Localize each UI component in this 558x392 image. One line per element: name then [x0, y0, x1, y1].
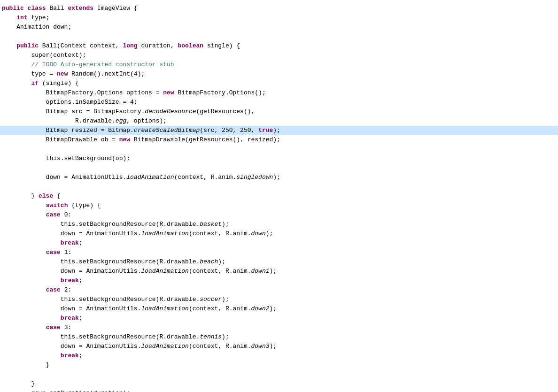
token: public: [16, 42, 42, 49]
token: else: [39, 192, 57, 200]
token: 3:: [64, 324, 72, 331]
token: loadAnimation: [126, 174, 174, 181]
code-line: if (single) {: [0, 79, 558, 88]
token: (context, R.anim.: [189, 343, 251, 350]
token: );: [222, 296, 229, 303]
token: (context, R.anim.: [174, 174, 237, 181]
code-line: break;: [0, 351, 558, 361]
code-line: R.drawable.egg, options);: [0, 116, 558, 126]
token: down: [251, 230, 266, 237]
code-line: this.setBackgroundResource(R.drawable.te…: [0, 332, 558, 342]
token: break: [61, 352, 79, 359]
code-line: case 3:: [0, 323, 558, 332]
line-content: Animation down;: [0, 23, 558, 32]
code-line: down = AnimationUtils.loadAnimation(cont…: [0, 304, 558, 314]
code-line: down = AnimationUtils.loadAnimation(cont…: [0, 342, 558, 351]
code-line: this.setBackgroundResource(R.drawable.so…: [0, 295, 558, 304]
code-line: type = new Random().nextInt(4);: [0, 69, 558, 79]
token: new: [119, 136, 134, 143]
token: BitmapFactory.Options options =: [2, 89, 163, 96]
line-content: super(context);: [0, 51, 558, 60]
token: this.setBackgroundResource(R.drawable.: [2, 258, 200, 265]
token: Animation down;: [2, 23, 71, 31]
line-content: [0, 370, 558, 379]
code-line: break;: [0, 314, 558, 323]
token: class: [28, 5, 50, 12]
token: [2, 315, 61, 322]
token: long: [123, 42, 141, 49]
token: tennis: [200, 333, 222, 340]
token: );: [273, 127, 280, 134]
token: , options);: [126, 117, 167, 124]
line-content: break;: [0, 314, 558, 323]
line-content: this.setBackgroundResource(R.drawable.te…: [0, 332, 558, 342]
code-line: int type;: [0, 13, 558, 23]
line-content: options.inSampleSize = 4;: [0, 98, 558, 107]
line-content: public Ball(Context context, long durati…: [0, 41, 558, 51]
token: (context, R.anim.: [189, 230, 251, 237]
code-line: }: [0, 379, 558, 389]
code-line: public class Ball extends ImageView {: [0, 4, 558, 13]
token: down = AnimationUtils.: [2, 268, 141, 275]
token: this.setBackgroundResource(R.drawable.: [2, 296, 200, 303]
token: duration,: [141, 42, 178, 49]
token: [2, 324, 46, 331]
token: );: [266, 230, 273, 237]
code-line: }: [0, 361, 558, 370]
line-content: [0, 163, 558, 173]
token: Ball(Context context,: [42, 42, 123, 49]
token: // TODO Auto-generated constructor stub: [31, 61, 174, 68]
line-content: public class Ball extends ImageView {: [0, 4, 558, 13]
line-content: [0, 32, 558, 41]
token: [2, 286, 46, 293]
code-line: case 0:: [0, 210, 558, 220]
line-content: down = AnimationUtils.loadAnimation(cont…: [0, 342, 558, 351]
token: this.setBackground(ob);: [2, 155, 130, 162]
token: [2, 42, 16, 49]
token: boolean: [178, 42, 207, 49]
token: this.setBackgroundResource(R.drawable.: [2, 333, 200, 340]
token: 0:: [64, 211, 72, 218]
token: }: [2, 361, 49, 369]
token: BitmapDrawable(getResources(), resized);: [134, 136, 280, 143]
token: type =: [2, 70, 57, 77]
token: super(context);: [2, 52, 86, 59]
token: case: [46, 249, 64, 256]
line-content: if (single) {: [0, 79, 558, 88]
token: public: [2, 5, 28, 12]
token: BitmapFactory.Options();: [178, 89, 265, 96]
code-line: // TODO Auto-generated constructor stub: [0, 60, 558, 69]
token: loadAnimation: [141, 230, 188, 237]
token: true: [258, 127, 273, 134]
line-content: [0, 182, 558, 192]
line-content: BitmapFactory.Options options = new Bitm…: [0, 88, 558, 98]
line-content: case 2:: [0, 285, 558, 295]
token: loadAnimation: [141, 305, 188, 312]
token: [2, 211, 46, 218]
token: Ball: [49, 5, 68, 12]
token: type;: [31, 14, 49, 21]
code-line: case 1:: [0, 248, 558, 257]
token: ;: [79, 239, 83, 246]
code-line: case 2:: [0, 285, 558, 295]
code-line: BitmapFactory.Options options = new Bitm…: [0, 88, 558, 98]
line-content: }: [0, 379, 558, 389]
token: 2:: [64, 286, 72, 293]
line-content: break;: [0, 276, 558, 285]
code-editor: public class Ball extends ImageView { in…: [0, 0, 558, 392]
token: beach: [200, 258, 218, 265]
token: down3: [251, 343, 270, 350]
token: Random().nextInt(4);: [71, 70, 145, 77]
token: [2, 202, 46, 209]
token: egg: [116, 117, 126, 124]
token: decodeResource: [145, 108, 196, 115]
line-content: case 3:: [0, 323, 558, 332]
line-content: }: [0, 361, 558, 370]
token: single) {: [207, 42, 240, 49]
code-line: options.inSampleSize = 4;: [0, 98, 558, 107]
token: options.inSampleSize = 4;: [2, 99, 138, 106]
token: loadAnimation: [141, 268, 188, 275]
code-line: this.setBackgroundResource(R.drawable.ba…: [0, 220, 558, 229]
line-content: this.setBackgroundResource(R.drawable.be…: [0, 257, 558, 267]
line-content: BitmapDrawable ob = new BitmapDrawable(g…: [0, 135, 558, 145]
